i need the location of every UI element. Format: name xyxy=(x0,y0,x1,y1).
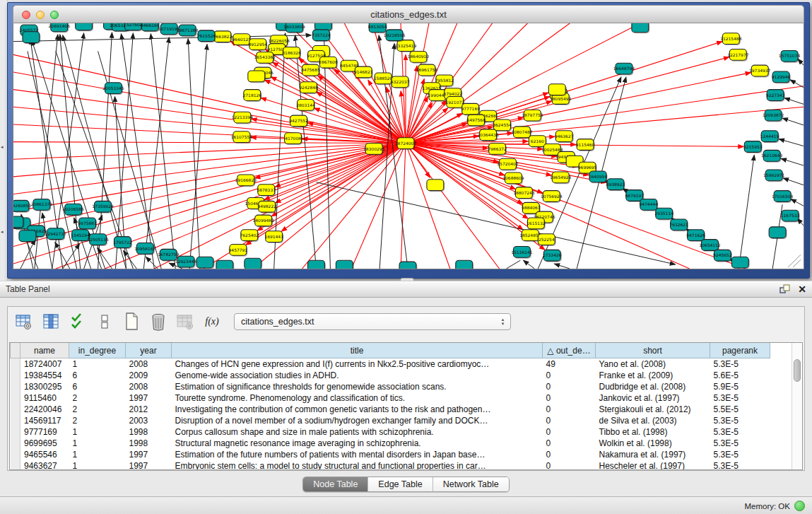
graph-node[interactable]: 7357224 xyxy=(312,30,331,42)
graph-node[interactable]: 5878337 xyxy=(257,185,276,197)
graph-node[interactable]: 9146821 xyxy=(354,66,373,78)
graph-node[interactable]: 16107554 xyxy=(231,132,253,144)
graph-node[interactable]: 9463627 xyxy=(555,131,574,143)
graph-node[interactable]: 12093872 xyxy=(763,110,784,122)
graph-node[interactable]: 19734937 xyxy=(749,65,771,77)
scrollbar-thumb[interactable] xyxy=(794,359,801,382)
graph-node[interactable] xyxy=(731,257,749,269)
graph-node[interactable]: 9498222 xyxy=(257,201,276,213)
graph-node[interactable]: 7986372 xyxy=(488,144,507,156)
graph-node[interactable]: 11215488 xyxy=(720,33,742,45)
graph-node[interactable]: 16210643 xyxy=(761,150,783,162)
table-settings-icon[interactable] xyxy=(15,313,33,331)
graph-node[interactable]: 9129946 xyxy=(772,71,791,83)
graph-node[interactable]: 15992971 xyxy=(763,170,785,182)
column-header-year[interactable]: year xyxy=(126,343,172,358)
column-header-pagerank[interactable]: pagerank xyxy=(710,343,770,358)
float-panel-icon[interactable] xyxy=(779,284,791,294)
column-header-in_degree[interactable]: in_degree xyxy=(69,343,126,358)
graph-node[interactable] xyxy=(19,230,37,243)
graph-node[interactable] xyxy=(399,262,417,269)
graph-node[interactable]: 12213394 xyxy=(232,112,254,124)
network-window-titlebar[interactable]: citations_edges.txt xyxy=(13,5,804,23)
delete-trash-icon[interactable] xyxy=(149,313,167,331)
graph-node[interactable] xyxy=(245,258,262,269)
graph-node[interactable]: 9427552 xyxy=(289,115,308,127)
graph-node[interactable]: 20206586 xyxy=(62,204,84,216)
graph-node[interactable] xyxy=(548,84,566,96)
graph-node[interactable]: 16033809 xyxy=(283,23,305,33)
graph-node[interactable] xyxy=(427,180,445,192)
graph-node[interactable]: 9474444 xyxy=(639,199,658,211)
graph-node[interactable]: 19218506 xyxy=(384,30,406,42)
graph-node[interactable]: 1733426 xyxy=(543,250,562,262)
graph-node[interactable]: 3215953 xyxy=(743,141,763,153)
close-panel-icon[interactable]: ✕ xyxy=(798,281,806,297)
graph-node[interactable]: 14099483 xyxy=(253,215,275,227)
graph-node[interactable]: 1527602 xyxy=(124,23,143,31)
graph-node[interactable]: 15720407 xyxy=(497,158,519,170)
graph-node[interactable]: 15136141 xyxy=(511,246,533,258)
graph-node[interactable]: 8475685 xyxy=(301,64,320,76)
tab-edge-table[interactable]: Edge Table xyxy=(367,477,432,491)
graph-node[interactable]: 9227343 xyxy=(766,90,785,102)
graph-node[interactable]: 1588520 xyxy=(374,73,393,85)
graph-node[interactable]: 10756928 xyxy=(541,191,563,203)
graph-node[interactable]: 18640910 xyxy=(408,51,430,63)
graph-node[interactable]: 2803144 xyxy=(296,99,315,111)
graph-node[interactable]: 7663822 xyxy=(213,31,233,43)
table-row[interactable]: 946554611997Estimation of the future num… xyxy=(11,449,795,460)
graph-node[interactable]: 19654923 xyxy=(550,172,572,184)
graph-node[interactable]: 7625402 xyxy=(240,230,259,242)
graph-node[interactable] xyxy=(769,227,787,239)
graph-node[interactable] xyxy=(216,260,234,269)
graph-node[interactable] xyxy=(336,260,353,269)
graph-node[interactable]: 9115460 xyxy=(576,139,595,151)
graph-node[interactable]: 1640954 xyxy=(589,171,608,183)
graph-node[interactable]: 8912954 xyxy=(248,39,267,51)
graph-node[interactable]: 1615132 xyxy=(526,218,546,230)
graph-node[interactable]: 9975887 xyxy=(78,218,97,230)
graph-node[interactable]: 18807243 xyxy=(513,187,535,199)
tab-node-table[interactable]: Node Table xyxy=(303,477,367,491)
graph-node[interactable]: 7632621 xyxy=(669,219,688,231)
graph-node[interactable]: 9245652 xyxy=(713,250,732,262)
table-row[interactable]: 1872400712008Changes of HCN gene express… xyxy=(11,358,795,370)
panel-collapse-handle-icon[interactable]: ◂ xyxy=(1,144,6,149)
graph-node[interactable]: 12217977 xyxy=(727,49,749,61)
table-selector-dropdown[interactable]: citations_edges.txt ▲▼ xyxy=(234,313,511,330)
function-builder-icon[interactable]: f(x) xyxy=(203,313,221,331)
column-select-icon[interactable] xyxy=(42,313,60,331)
graph-node[interactable] xyxy=(308,260,326,269)
table-row[interactable]: 1830029562008Estimation of significance … xyxy=(11,381,795,392)
graph-node[interactable] xyxy=(76,23,93,31)
graph-node[interactable]: 20364436 xyxy=(477,129,499,141)
graph-node[interactable]: 15751074 xyxy=(779,50,801,62)
network-canvas[interactable]: 1872400718300295182260589127505818632891… xyxy=(13,23,804,269)
graph-node[interactable] xyxy=(456,260,473,269)
graph-node[interactable] xyxy=(632,23,649,33)
table-row[interactable]: 946362711997Embryonic stem cells: a mode… xyxy=(11,460,795,470)
column-header-title[interactable]: title xyxy=(172,343,543,358)
graph-node[interactable]: 17016504 xyxy=(772,191,794,203)
graph-node[interactable]: 10688609 xyxy=(502,173,524,185)
graph-node[interactable]: 2867608 xyxy=(319,57,338,69)
graph-node[interactable]: 8466160 xyxy=(141,23,160,32)
column-header-out_de[interactable]: △ out_de… xyxy=(543,343,596,358)
graph-node[interactable]: 18300295 xyxy=(363,144,385,156)
graph-node[interactable]: 6497568 xyxy=(466,115,486,127)
new-document-icon[interactable] xyxy=(122,313,141,331)
delete-table-icon[interactable] xyxy=(176,313,194,331)
graph-node[interactable]: 23260850 xyxy=(13,200,31,212)
column-header-short[interactable]: short xyxy=(596,343,710,358)
tab-network-table[interactable]: Network Table xyxy=(433,477,509,491)
table-row[interactable]: 1456911722003Disruption of a novel membe… xyxy=(11,415,795,426)
graph-node[interactable] xyxy=(248,71,266,83)
panel-collapse-handle-icon[interactable]: ◂ xyxy=(1,229,6,234)
graph-node[interactable]: 20053346 xyxy=(102,83,124,95)
graph-node[interactable]: 19166823 xyxy=(235,175,257,187)
graph-node[interactable]: 18671388 xyxy=(177,25,199,37)
graph-node[interactable]: 18797753 xyxy=(522,110,543,122)
graph-node[interactable]: 9457791 xyxy=(229,244,248,256)
graph-node[interactable]: 2935114 xyxy=(654,208,673,220)
